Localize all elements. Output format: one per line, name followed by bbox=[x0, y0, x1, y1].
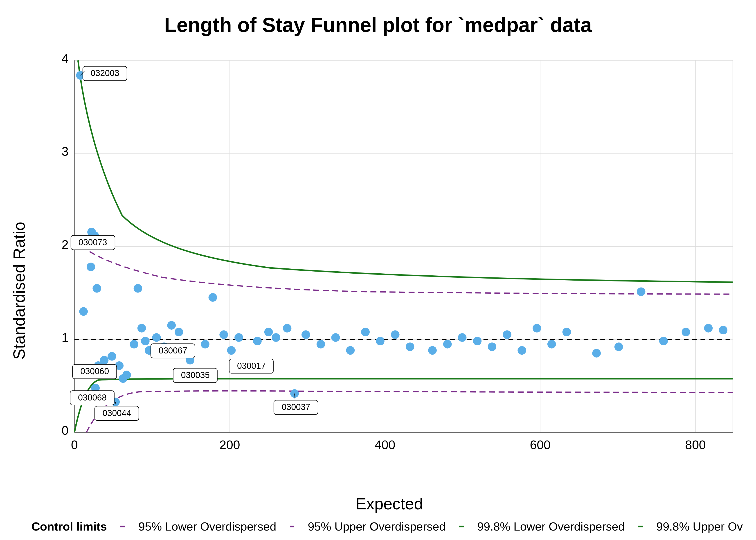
legend-control-limits-label: Control limits bbox=[32, 520, 107, 533]
data-point bbox=[302, 330, 310, 339]
legend-998-lower-line bbox=[459, 526, 464, 527]
svg-text:3: 3 bbox=[62, 144, 68, 158]
data-point bbox=[563, 328, 571, 337]
legend-998-upper-label: 99.8% Upper Ov bbox=[656, 520, 743, 533]
svg-text:1: 1 bbox=[62, 331, 68, 344]
data-point bbox=[134, 284, 142, 293]
svg-text:0: 0 bbox=[62, 424, 68, 438]
data-point bbox=[87, 228, 96, 236]
legend-998-lower-label: 99.8% Lower Overdispersed bbox=[477, 520, 625, 533]
x-axis-label: Expected bbox=[32, 490, 747, 515]
data-point bbox=[488, 342, 496, 351]
data-point bbox=[518, 346, 526, 354]
data-point bbox=[87, 263, 95, 271]
label-032003: 032003 bbox=[91, 68, 119, 78]
legend-998-lower: 99.8% Lower Overdispersed bbox=[477, 520, 625, 533]
svg-text:2: 2 bbox=[62, 238, 68, 252]
label-030073: 030073 bbox=[78, 237, 107, 247]
data-point bbox=[234, 333, 243, 342]
data-point bbox=[361, 328, 370, 337]
legend-998-upper: 99.8% Upper Ov bbox=[656, 520, 743, 533]
data-point bbox=[659, 337, 668, 345]
data-point bbox=[503, 330, 511, 339]
data-point bbox=[201, 340, 209, 348]
data-point bbox=[391, 330, 399, 339]
svg-text:0: 0 bbox=[71, 438, 78, 452]
data-point bbox=[682, 328, 690, 337]
data-point bbox=[346, 346, 355, 354]
data-point bbox=[167, 321, 176, 330]
legend-control-limits: Control limits bbox=[32, 520, 107, 533]
data-point bbox=[122, 370, 131, 379]
data-point bbox=[100, 356, 108, 364]
data-point bbox=[175, 328, 183, 337]
label-030067: 030067 bbox=[159, 345, 187, 355]
data-point bbox=[533, 324, 541, 333]
legend-95-lower-label: 95% Lower Overdispersed bbox=[138, 520, 276, 533]
data-point bbox=[331, 333, 340, 342]
legend-95-lower: 95% Lower Overdispersed bbox=[138, 520, 276, 533]
svg-text:800: 800 bbox=[685, 438, 706, 452]
legend-95-upper-line bbox=[290, 526, 294, 527]
data-point bbox=[208, 293, 217, 302]
svg-text:600: 600 bbox=[530, 438, 551, 452]
data-point bbox=[548, 340, 556, 348]
legend-95-lower-line bbox=[120, 526, 125, 527]
page: Length of Stay Funnel plot for `medpar` … bbox=[0, 0, 756, 540]
svg-text:200: 200 bbox=[219, 438, 240, 452]
data-point bbox=[138, 324, 146, 333]
chart-title: Length of Stay Funnel plot for `medpar` … bbox=[164, 14, 592, 37]
data-point bbox=[443, 340, 452, 348]
data-point bbox=[316, 340, 325, 348]
main-chart-svg: 0 1 2 3 4 0 200 400 600 800 bbox=[32, 46, 747, 490]
svg-text:4: 4 bbox=[62, 52, 68, 66]
data-point bbox=[704, 324, 712, 333]
chart-svg-area: 0 1 2 3 4 0 200 400 600 800 bbox=[32, 46, 747, 490]
data-point bbox=[272, 333, 280, 342]
label-030060: 030060 bbox=[80, 366, 109, 376]
data-point bbox=[253, 337, 262, 345]
label-030044: 030044 bbox=[103, 408, 131, 418]
legend-95-upper: 95% Upper Overdispersed bbox=[308, 520, 446, 533]
legend-998-upper-line bbox=[638, 526, 643, 527]
data-point bbox=[227, 346, 236, 354]
legend-95-upper-label: 95% Upper Overdispersed bbox=[308, 520, 446, 533]
data-point bbox=[376, 337, 385, 345]
data-point bbox=[141, 337, 150, 345]
data-point bbox=[92, 284, 101, 293]
data-point bbox=[283, 324, 291, 333]
data-point bbox=[264, 328, 273, 337]
data-point bbox=[108, 352, 116, 361]
data-point bbox=[406, 342, 414, 351]
data-point bbox=[219, 330, 228, 339]
svg-text:400: 400 bbox=[375, 438, 395, 452]
data-point bbox=[79, 307, 88, 316]
legend-area: Control limits 95% Lower Overdispersed 9… bbox=[32, 515, 747, 535]
data-point bbox=[473, 337, 481, 345]
data-point bbox=[458, 333, 466, 342]
label-030017: 030017 bbox=[237, 361, 266, 370]
data-point bbox=[592, 349, 601, 357]
data-point bbox=[152, 333, 161, 342]
label-030035: 030035 bbox=[181, 370, 210, 380]
data-point bbox=[130, 340, 138, 348]
data-point bbox=[719, 326, 727, 335]
chart-container: Standardised Ratio bbox=[9, 46, 747, 535]
data-point bbox=[614, 342, 623, 351]
data-point bbox=[428, 346, 437, 354]
chart-area-wrapper: 0 1 2 3 4 0 200 400 600 800 bbox=[32, 46, 747, 535]
label-030068: 030068 bbox=[78, 393, 107, 402]
y-axis-label: Standardised Ratio bbox=[9, 46, 29, 535]
label-030037: 030037 bbox=[282, 402, 310, 412]
data-point bbox=[637, 287, 645, 296]
